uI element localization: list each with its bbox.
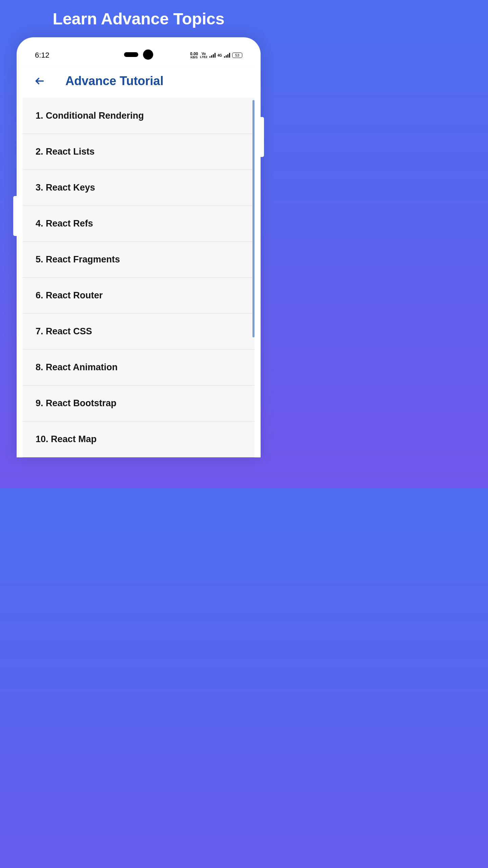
phone-screen: 6:12 0.00 KB/S Vo LTE2 4G 53 — [23, 43, 255, 457]
topic-item-react-lists[interactable]: 2. React Lists — [23, 134, 255, 170]
scroll-indicator[interactable] — [252, 100, 255, 337]
front-camera — [143, 50, 153, 60]
battery-indicator: 53 — [232, 53, 242, 58]
topic-item-react-map[interactable]: 10. React Map — [23, 421, 255, 457]
phone-frame: 6:12 0.00 KB/S Vo LTE2 4G 53 — [17, 37, 261, 457]
topic-item-react-refs[interactable]: 4. React Refs — [23, 206, 255, 242]
notch — [124, 50, 153, 60]
topic-item-react-keys[interactable]: 3. React Keys — [23, 170, 255, 206]
status-indicators: 0.00 KB/S Vo LTE2 4G 53 — [190, 52, 242, 59]
topic-item-conditional-rendering[interactable]: 1. Conditional Rendering — [23, 98, 255, 134]
header-title: Advance Tutorial — [65, 74, 163, 88]
topic-item-react-bootstrap[interactable]: 9. React Bootstrap — [23, 386, 255, 421]
data-rate-indicator: 0.00 KB/S — [190, 52, 198, 59]
app-header: Advance Tutorial — [23, 67, 255, 98]
volte-indicator: Vo LTE2 — [200, 52, 207, 59]
phone-volume-button — [13, 196, 17, 236]
network-type: 4G — [218, 54, 222, 57]
topic-item-react-css[interactable]: 7. React CSS — [23, 314, 255, 350]
status-time: 6:12 — [35, 51, 49, 60]
topic-list: 1. Conditional Rendering 2. React Lists … — [23, 98, 255, 457]
signal-bars-icon-2 — [224, 53, 230, 58]
signal-bars-icon — [209, 53, 216, 58]
topic-item-react-animation[interactable]: 8. React Animation — [23, 350, 255, 386]
arrow-left-icon — [34, 76, 45, 86]
back-button[interactable] — [33, 74, 46, 88]
topic-item-react-fragments[interactable]: 5. React Fragments — [23, 242, 255, 278]
phone-power-button — [261, 117, 264, 157]
topic-item-react-router[interactable]: 6. React Router — [23, 278, 255, 314]
speaker-slot — [124, 52, 138, 57]
promo-title: Learn Advance Topics — [0, 0, 277, 35]
content-area: 1. Conditional Rendering 2. React Lists … — [23, 98, 255, 457]
